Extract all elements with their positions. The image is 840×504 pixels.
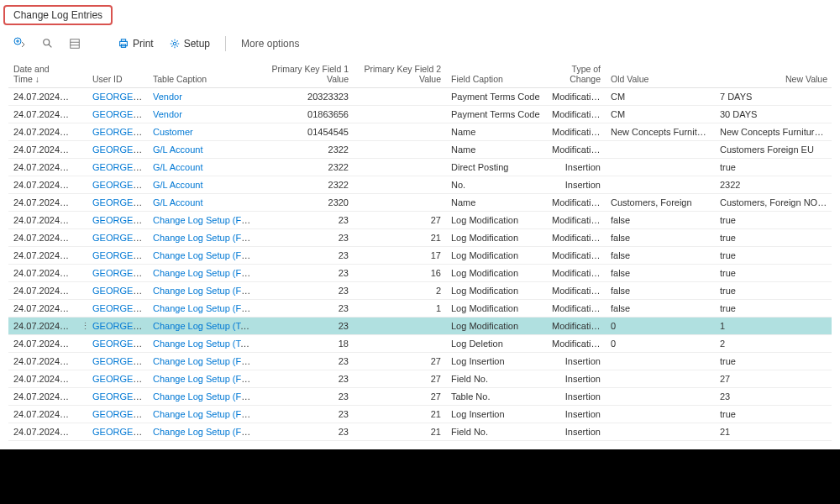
col-old[interactable]: Old Value [606, 60, 715, 88]
table-row[interactable]: 24.07.2024 12:08⋮GEORGE.BACIUChange Log … [8, 265, 832, 282]
print-button[interactable]: Print [113, 36, 159, 51]
table-row[interactable]: 24.07.2024 12:08⋮GEORGE.BACIUChange Log … [8, 300, 832, 318]
cell-user[interactable]: GEORGE.BACIU [87, 406, 148, 423]
cell-user[interactable]: GEORGE.BACIU [87, 353, 148, 370]
table-row[interactable]: 24.07.2024 12:08⋮GEORGE.BACIUChange Log … [8, 370, 832, 388]
cell-user-link[interactable]: GEORGE.BACIU [92, 197, 148, 207]
cell-table-link[interactable]: G/L Account [153, 162, 203, 172]
cell-user[interactable]: GEORGE.BACIU [87, 318, 148, 335]
cell-table[interactable]: Vendor [148, 88, 257, 106]
cell-table-link[interactable]: Change Log Setup (Field) [153, 286, 257, 296]
cell-user[interactable]: GEORGE.BACIU [87, 176, 148, 194]
cell-user[interactable]: GEORGE.BACIU [87, 335, 148, 353]
cell-user[interactable]: GEORGE.BACIU [87, 282, 148, 300]
table-row[interactable]: 24.07.2024 12:08⋮GEORGE.BACIUChange Log … [8, 335, 832, 353]
table-row[interactable]: 24.07.2024 12:08⋮GEORGE.BACIUChange Log … [8, 247, 832, 265]
cell-table[interactable]: Change Log Setup (Field) [148, 370, 257, 388]
cell-table[interactable]: Vendor [148, 106, 257, 123]
cell-table-link[interactable]: Change Log Setup (Field) [153, 250, 257, 260]
table-row[interactable]: 24.07.2024 12:20⋮GEORGE.BACIUG/L Account… [8, 159, 832, 176]
cell-user-link[interactable]: GEORGE.BACIU [92, 427, 148, 437]
cell-user-link[interactable]: GEORGE.BACIU [92, 162, 148, 172]
cell-user-link[interactable]: GEORGE.BACIU [92, 286, 148, 296]
cell-table[interactable]: Change Log Setup (Field) [148, 212, 257, 229]
table-row[interactable]: 24.07.2024 12:20⋮GEORGE.BACIUG/L Account… [8, 194, 832, 212]
col-pk2[interactable]: Primary Key Field 2 Value [354, 60, 446, 88]
cell-user[interactable]: GEORGE.BACIU [87, 370, 148, 388]
table-row[interactable]: 24.07.2024 12:08⋮GEORGE.BACIUChange Log … [8, 388, 832, 406]
table-row[interactable]: 24.07.2024 12:08⋮GEORGE.BACIUChange Log … [8, 318, 832, 335]
cell-user-link[interactable]: GEORGE.BACIU [92, 250, 148, 260]
cell-table-link[interactable]: Vendor [153, 109, 182, 119]
cell-user-link[interactable]: GEORGE.BACIU [92, 356, 148, 366]
cell-table[interactable]: G/L Account [148, 159, 257, 176]
table-row[interactable]: 24.07.2024 12:22⋮GEORGE.BACIUVendor20323… [8, 88, 832, 106]
cell-table-link[interactable]: Change Log Setup (Field) [153, 427, 257, 437]
cell-table[interactable]: Change Log Setup (Field) [148, 423, 257, 441]
cell-table[interactable]: Change Log Setup (Field) [148, 406, 257, 423]
cell-table-link[interactable]: Vendor [153, 92, 182, 102]
col-field[interactable]: Field Caption [446, 60, 547, 88]
cell-table[interactable]: Change Log Setup (Field) [148, 229, 257, 247]
cell-user[interactable]: GEORGE.BACIU [87, 265, 148, 282]
table-row[interactable]: 24.07.2024 12:22⋮GEORGE.BACIUVendor01863… [8, 106, 832, 123]
col-pk1[interactable]: Primary Key Field 1 Value [257, 60, 354, 88]
cell-table[interactable]: Change Log Setup (Field) [148, 353, 257, 370]
cell-user-link[interactable]: GEORGE.BACIU [92, 109, 148, 119]
table-row[interactable]: 24.07.2024 12:08⋮GEORGE.BACIUChange Log … [8, 423, 832, 441]
cell-user[interactable]: GEORGE.BACIU [87, 123, 148, 141]
cell-table-link[interactable]: G/L Account [153, 197, 203, 207]
cell-table-link[interactable]: Customer [153, 127, 193, 137]
table-row[interactable]: 24.07.2024 12:08⋮GEORGE.BACIUChange Log … [8, 229, 832, 247]
cell-user-link[interactable]: GEORGE.BACIU [92, 180, 148, 190]
cell-table-link[interactable]: Change Log Setup (Field) [153, 233, 257, 243]
col-user[interactable]: User ID [87, 60, 148, 88]
cell-table-link[interactable]: Change Log Setup (Field) [153, 356, 257, 366]
table-row[interactable]: 24.07.2024 12:08⋮GEORGE.BACIUChange Log … [8, 406, 832, 423]
table-row[interactable]: 24.07.2024 12:22⋮GEORGE.BACIUCustomer014… [8, 123, 832, 141]
table-row[interactable]: 24.07.2024 12:08⋮GEORGE.BACIUChange Log … [8, 282, 832, 300]
col-datetime[interactable]: Date and Time ↓ [8, 60, 76, 88]
cell-user-link[interactable]: GEORGE.BACIU [92, 321, 148, 331]
cell-table[interactable]: G/L Account [148, 141, 257, 159]
cell-table[interactable]: Change Log Setup (Table) [148, 335, 257, 353]
cell-table-link[interactable]: Change Log Setup (Field) [153, 374, 257, 384]
new-button[interactable] [8, 35, 32, 52]
table-row[interactable]: 24.07.2024 12:20⋮GEORGE.BACIUG/L Account… [8, 176, 832, 194]
more-options-button[interactable]: More options [236, 36, 304, 51]
cell-table[interactable]: Change Log Setup (Table) [148, 318, 257, 335]
cell-table[interactable]: G/L Account [148, 194, 257, 212]
cell-user-link[interactable]: GEORGE.BACIU [92, 233, 148, 243]
cell-table-link[interactable]: Change Log Setup (Table) [153, 321, 257, 331]
cell-table-link[interactable]: Change Log Setup (Field) [153, 409, 257, 419]
cell-table[interactable]: Change Log Setup (Field) [148, 247, 257, 265]
cell-table[interactable]: Change Log Setup (Field) [148, 265, 257, 282]
cell-user-link[interactable]: GEORGE.BACIU [92, 268, 148, 278]
cell-user[interactable]: GEORGE.BACIU [87, 141, 148, 159]
cell-user[interactable]: GEORGE.BACIU [87, 159, 148, 176]
search-button[interactable] [37, 36, 59, 51]
cell-table[interactable]: Change Log Setup (Field) [148, 388, 257, 406]
cell-user[interactable]: GEORGE.BACIU [87, 423, 148, 441]
col-change[interactable]: Type of Change [547, 60, 606, 88]
cell-table-link[interactable]: Change Log Setup (Field) [153, 303, 257, 313]
cell-table-link[interactable]: G/L Account [153, 144, 203, 155]
cell-user[interactable]: GEORGE.BACIU [87, 229, 148, 247]
cell-table[interactable]: Customer [148, 123, 257, 141]
cell-table-link[interactable]: Change Log Setup (Field) [153, 215, 257, 225]
cell-user-link[interactable]: GEORGE.BACIU [92, 374, 148, 384]
cell-user[interactable]: GEORGE.BACIU [87, 300, 148, 318]
cell-user-link[interactable]: GEORGE.BACIU [92, 127, 148, 137]
cell-table-link[interactable]: Change Log Setup (Field) [153, 268, 257, 278]
cell-user-link[interactable]: GEORGE.BACIU [92, 92, 148, 102]
cell-user-link[interactable]: GEORGE.BACIU [92, 215, 148, 225]
cell-user-link[interactable]: GEORGE.BACIU [92, 339, 148, 349]
cell-user[interactable]: GEORGE.BACIU [87, 388, 148, 406]
cell-table[interactable]: Change Log Setup (Field) [148, 300, 257, 318]
table-scroll[interactable]: Date and Time ↓ User ID Table Caption Pr… [8, 60, 832, 445]
table-row[interactable]: 24.07.2024 12:08⋮GEORGE.BACIUChange Log … [8, 212, 832, 229]
cell-table[interactable]: G/L Account [148, 176, 257, 194]
cell-user-link[interactable]: GEORGE.BACIU [92, 303, 148, 313]
cell-user[interactable]: GEORGE.BACIU [87, 194, 148, 212]
cell-user-link[interactable]: GEORGE.BACIU [92, 144, 148, 155]
